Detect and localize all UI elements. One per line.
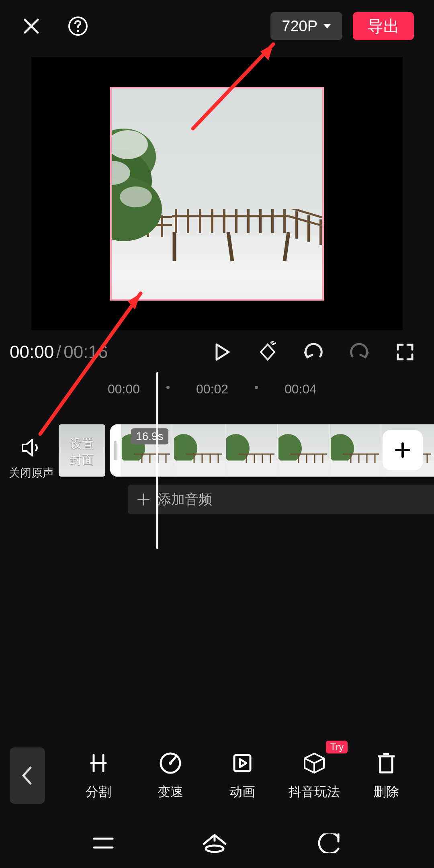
mute-label: 关闭原声: [7, 465, 55, 481]
speed-icon: [158, 750, 183, 776]
add-audio-track[interactable]: 添加音频: [128, 485, 434, 514]
caret-down-icon: [323, 24, 331, 29]
tool-label: 动画: [229, 783, 255, 801]
svg-point-7: [120, 186, 152, 207]
export-button[interactable]: 导出: [353, 12, 414, 40]
ruler-label: 00:04: [285, 382, 317, 397]
tool-speed[interactable]: 变速: [135, 750, 207, 801]
cube-icon: [301, 750, 327, 776]
playhead[interactable]: [156, 372, 158, 549]
undo-button[interactable]: [301, 340, 326, 364]
svg-point-1: [77, 30, 79, 32]
android-nav-bar: [0, 820, 434, 868]
resolution-label: 720P: [282, 18, 317, 35]
current-time: 00:00: [10, 342, 54, 362]
svg-point-23: [169, 762, 172, 765]
ruler-dot: [255, 386, 258, 389]
tool-animation[interactable]: 动画: [207, 750, 278, 801]
tool-label: 分割: [86, 783, 111, 801]
clip-duration-badge: 16.9s: [131, 428, 168, 444]
svg-rect-24: [234, 755, 250, 771]
add-audio-label: 添加音频: [158, 490, 212, 509]
ruler-dot: [166, 386, 170, 389]
ruler-label: 00:00: [108, 382, 140, 397]
animation-icon: [229, 750, 255, 776]
keyframe-button[interactable]: [256, 340, 280, 364]
resolution-button[interactable]: 720P: [270, 12, 342, 40]
total-time: 00:16: [63, 342, 108, 362]
try-badge: Try: [326, 741, 348, 753]
set-cover-button[interactable]: 设置封面: [59, 424, 105, 477]
playback-time: 00:00/00:16: [10, 342, 108, 362]
cover-label: 设置封面: [59, 436, 105, 468]
tool-label: 抖音玩法: [289, 783, 340, 801]
help-icon[interactable]: [67, 15, 89, 37]
nav-recent[interactable]: [92, 835, 115, 853]
svg-point-25: [206, 845, 223, 852]
speaker-icon: [20, 436, 43, 459]
svg-point-4: [110, 177, 162, 241]
tool-label: 变速: [158, 783, 183, 801]
trash-icon: [373, 750, 399, 776]
toolbar-back-button[interactable]: [10, 747, 45, 804]
ruler-label: 00:02: [196, 382, 228, 397]
close-icon[interactable]: [20, 15, 43, 37]
video-preview[interactable]: [31, 57, 403, 330]
tool-douyin-effects[interactable]: Try 抖音玩法: [278, 750, 350, 801]
canvas-frame: [110, 87, 324, 301]
play-button[interactable]: [210, 340, 234, 364]
split-icon: [86, 750, 111, 776]
redo-button[interactable]: [347, 340, 371, 364]
tool-split[interactable]: 分割: [63, 750, 135, 801]
tool-label: 删除: [373, 783, 399, 801]
fullscreen-button[interactable]: [393, 340, 417, 364]
clip-trim-handle-left[interactable]: [110, 424, 121, 477]
add-clip-button[interactable]: [383, 430, 423, 470]
export-label: 导出: [367, 15, 399, 37]
tool-delete[interactable]: 删除: [350, 750, 422, 801]
nav-home[interactable]: [201, 833, 228, 855]
mute-original-sound[interactable]: 关闭原声: [7, 436, 55, 481]
timeline-ruler[interactable]: 00:0000:0200:04: [0, 377, 434, 399]
nav-back[interactable]: [314, 833, 342, 854]
edit-toolbar: 分割 变速 动画 Try 抖音玩法 删除: [0, 735, 434, 816]
